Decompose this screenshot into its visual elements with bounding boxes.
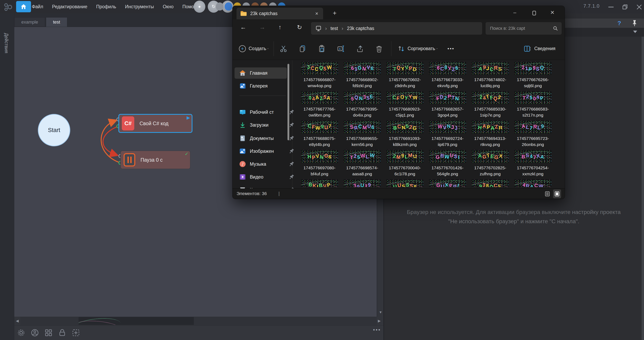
maximize-button[interactable]: [622, 4, 629, 9]
file-item[interactable]: 6C8YZ61745776673033-ekvvfg.png: [429, 62, 466, 89]
file-item[interactable]: BCN52G1745776691093-kl8kzmh.png: [386, 120, 423, 148]
scroll-right-icon[interactable]: ▶: [378, 319, 381, 323]
delete-button[interactable]: [375, 45, 383, 53]
sort-button[interactable]: Сортировать›: [398, 45, 438, 52]
explorer-titlebar[interactable]: 23k captchas × + – ✕: [232, 6, 565, 19]
nav-refresh-button[interactable]: ↻: [297, 24, 302, 31]
sidebar-item-Изображен[interactable]: Изображен: [234, 146, 287, 157]
file-item[interactable]: SRCMU61745776689655-kern56.png: [344, 120, 381, 148]
scroll-left-icon[interactable]: ◀: [16, 319, 19, 323]
actions-sidebar-strip[interactable]: Действия: [0, 13, 14, 340]
sidebar-item-Рабочий ст[interactable]: Рабочий ст: [234, 106, 287, 118]
details-button[interactable]: Сведения: [524, 45, 556, 52]
copy-button[interactable]: [298, 45, 306, 53]
scrollbar-thumb[interactable]: [78, 317, 194, 325]
file-item[interactable]: 21P9SQ1745776676266-sqlj6l.png: [514, 62, 552, 89]
file-item[interactable]: HPVNG61745776697080-bf4uf.png: [301, 150, 338, 177]
file-item[interactable]: FD2PTN1745776682657-3gop4.png: [429, 91, 466, 118]
topbar-icon-1[interactable]: [225, 2, 232, 10]
sidebar-item-Галерея[interactable]: Галерея: [234, 80, 287, 92]
canvas-horizontal-scrollbar[interactable]: [20, 317, 377, 325]
sidebar-scrollbar[interactable]: [288, 64, 289, 140]
file-item[interactable]: CFW9U71745776688075-e8yt4b.png: [301, 120, 338, 148]
nav-forward-button[interactable]: →: [259, 24, 265, 30]
stop-record-button[interactable]: ●: [194, 0, 205, 13]
menu-item-2[interactable]: Профиль: [96, 4, 116, 10]
scroll-down-icon[interactable]: ▼: [379, 310, 382, 314]
file-item[interactable]: 5QN35E1745776679395-do4ix.png: [344, 91, 381, 118]
cut-button[interactable]: [280, 45, 288, 53]
menu-item-3[interactable]: Инструменты: [125, 4, 154, 10]
file-item[interactable]: 63GNV61745776668902-fd9zkl.png: [344, 62, 381, 89]
explorer-minimize-button[interactable]: –: [513, 10, 516, 16]
menu-item-1[interactable]: Редактирование: [52, 4, 87, 10]
file-item[interactable]: HAPAZR1745776694313-rtkvsg.png: [472, 120, 509, 148]
create-button[interactable]: + Создать›: [239, 45, 269, 52]
nav-back-button[interactable]: ←: [240, 24, 246, 30]
sidebar-item-Документы[interactable]: Документы: [234, 133, 287, 144]
thumbnail-view-button[interactable]: [553, 190, 561, 198]
share-button[interactable]: [356, 45, 364, 53]
explorer-maximize-button[interactable]: [532, 10, 536, 16]
profile-icon[interactable]: [30, 328, 39, 337]
help-button[interactable]: ?: [618, 20, 621, 26]
add-action-icon[interactable]: [72, 328, 80, 337]
sidebar-item-Видео[interactable]: Видео: [234, 171, 287, 182]
explorer-close-button[interactable]: ✕: [550, 10, 554, 16]
file-item[interactable]: JCCQ5W1745776666807-wnw4op.png: [301, 62, 338, 89]
breadcrumb[interactable]: › test › 23k captchas: [311, 22, 482, 34]
lock-icon[interactable]: [58, 328, 67, 337]
file-item[interactable]: 4RACW: [514, 179, 552, 187]
grid-view-icon[interactable]: [44, 328, 53, 337]
sidebar-item-Загрузки[interactable]: Загрузки: [234, 119, 287, 131]
menu-item-4[interactable]: Окно: [163, 4, 173, 10]
sidebar-item-Главная[interactable]: Главная: [234, 68, 287, 79]
file-item[interactable]: GBWUSI1745776701426-564gfe.png: [429, 150, 466, 177]
close-button[interactable]: [636, 4, 643, 9]
new-tab-button[interactable]: +: [333, 10, 336, 17]
connection-csharp-to-pause[interactable]: [103, 126, 118, 155]
panel-scrollbar[interactable]: [642, 37, 644, 340]
file-item[interactable]: 7QYVPD1745776670602-z9dnfv.png: [386, 62, 423, 89]
file-item[interactable]: 04AZ5A1745776677766-ow9bm.png: [301, 91, 338, 118]
tab-test[interactable]: test: [46, 17, 67, 27]
file-item[interactable]: 24TFQ21745776685030-1sip7e.png: [472, 91, 509, 118]
file-item[interactable]: T25WLW1745776698574-aasa8.png: [344, 150, 381, 177]
file-item[interactable]: WVNJJ1745776692724-iip679.png: [429, 120, 466, 148]
menu-item-0[interactable]: Файл: [32, 4, 43, 10]
breadcrumb-test[interactable]: test: [330, 26, 338, 31]
start-node[interactable]: Start: [38, 114, 70, 146]
file-item[interactable]: UUSSS8: [386, 179, 423, 187]
search-placeholder: Поиск в: 23k capt: [490, 26, 553, 31]
home-button[interactable]: [16, 1, 31, 12]
nav-up-button[interactable]: ↑: [278, 24, 282, 30]
file-item[interactable]: T2504P1745776686583-s2t17n.png: [514, 91, 552, 118]
file-item[interactable]: A9JCRS1745776674802-luc8lq.png: [472, 62, 509, 89]
explorer-tab[interactable]: 23k captchas ×: [236, 8, 323, 19]
toolbar-more-button[interactable]: •••: [448, 46, 454, 52]
file-item[interactable]: AL7RL91745776695723-26onbs.png: [514, 120, 552, 148]
settings-gear-icon[interactable]: [17, 328, 26, 337]
pin-icon[interactable]: [632, 20, 637, 26]
file-item[interactable]: 938OCF: [472, 179, 509, 187]
more-options-button[interactable]: •••: [373, 327, 381, 333]
search-input[interactable]: Поиск в: 23k capt: [486, 22, 562, 34]
file-item[interactable]: BKIBVP: [301, 179, 338, 187]
minimize-button[interactable]: [608, 4, 614, 9]
file-item[interactable]: GUXERI: [429, 179, 466, 187]
file-item[interactable]: CFOYYW1745776680923-c5jq1.png: [386, 91, 423, 118]
pause-node[interactable]: Пауза 0 с ✓: [120, 150, 190, 169]
file-item[interactable]: 2M9LMU1745776700040-6c1i78.png: [386, 150, 423, 177]
rename-button[interactable]: A: [337, 45, 345, 53]
sidebar-item-Музыка[interactable]: ♪Музыка: [234, 158, 287, 170]
tab-close-icon[interactable]: ×: [315, 10, 318, 17]
csharp-node[interactable]: C# Свой C# код ▶: [118, 114, 192, 133]
file-item[interactable]: BS47XA1745776704254-xxmzkl.png: [514, 150, 552, 177]
list-view-button[interactable]: [543, 190, 552, 198]
breadcrumb-folder[interactable]: 23k captchas: [347, 26, 374, 31]
file-item[interactable]: 39U39: [344, 179, 381, 187]
tab-example[interactable]: example: [14, 17, 45, 27]
topbar-icon-0[interactable]: [216, 2, 224, 10]
file-item[interactable]: AGTEGX1745776702825-zufhng.png: [472, 150, 509, 177]
paste-button[interactable]: [318, 45, 326, 53]
